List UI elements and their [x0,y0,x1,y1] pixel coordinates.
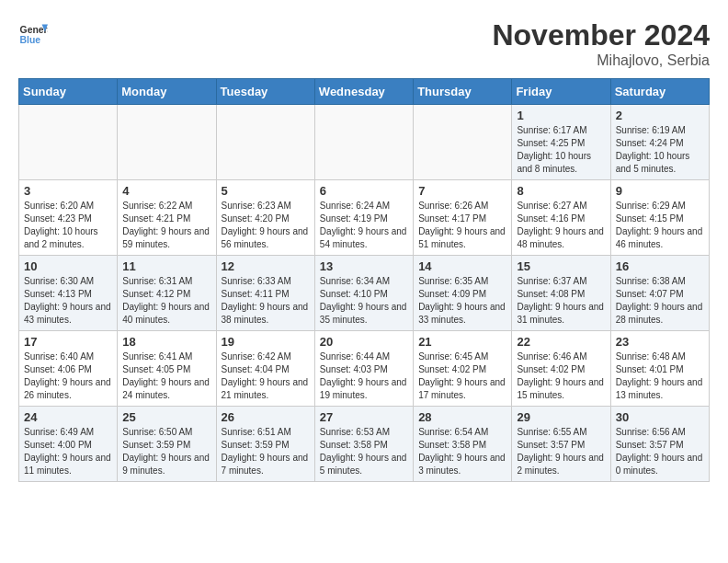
weekday-header: Friday [512,79,610,105]
weekday-header: Sunday [19,79,118,105]
calendar-day-cell: 9Sunrise: 6:29 AM Sunset: 4:15 PM Daylig… [610,180,709,256]
day-number: 28 [418,410,506,424]
calendar-day-cell [19,105,118,180]
calendar-day-cell: 1Sunrise: 6:17 AM Sunset: 4:25 PM Daylig… [512,105,610,180]
calendar-week-row: 24Sunrise: 6:49 AM Sunset: 4:00 PM Dayli… [19,407,710,482]
calendar-day-cell: 5Sunrise: 6:23 AM Sunset: 4:20 PM Daylig… [216,180,314,256]
day-number: 30 [616,410,704,424]
day-number: 13 [320,259,408,273]
day-number: 8 [517,184,605,198]
day-number: 29 [517,410,605,424]
day-info: Sunrise: 6:54 AM Sunset: 3:58 PM Dayligh… [418,426,506,477]
calendar-day-cell: 26Sunrise: 6:51 AM Sunset: 3:59 PM Dayli… [216,407,314,482]
day-info: Sunrise: 6:24 AM Sunset: 4:19 PM Dayligh… [320,200,408,251]
day-info: Sunrise: 6:44 AM Sunset: 4:03 PM Dayligh… [320,350,408,402]
calendar-day-cell: 27Sunrise: 6:53 AM Sunset: 3:58 PM Dayli… [314,407,413,482]
day-info: Sunrise: 6:20 AM Sunset: 4:23 PM Dayligh… [24,200,112,251]
calendar-day-cell: 25Sunrise: 6:50 AM Sunset: 3:59 PM Dayli… [118,407,216,482]
logo-icon: General Blue [18,18,48,48]
day-info: Sunrise: 6:49 AM Sunset: 4:00 PM Dayligh… [24,426,112,477]
page-header: General Blue November 2024 Mihajlovo, Se… [18,18,710,69]
day-info: Sunrise: 6:23 AM Sunset: 4:20 PM Dayligh… [222,200,310,251]
day-info: Sunrise: 6:26 AM Sunset: 4:17 PM Dayligh… [418,200,506,251]
calendar-day-cell: 18Sunrise: 6:41 AM Sunset: 4:05 PM Dayli… [118,331,216,407]
day-number: 10 [24,259,112,273]
day-info: Sunrise: 6:40 AM Sunset: 4:06 PM Dayligh… [24,350,112,402]
day-info: Sunrise: 6:55 AM Sunset: 3:57 PM Dayligh… [517,426,605,477]
day-number: 18 [122,335,210,349]
calendar-week-row: 1Sunrise: 6:17 AM Sunset: 4:25 PM Daylig… [19,105,710,180]
weekday-header: Thursday [414,79,512,105]
calendar-table: SundayMondayTuesdayWednesdayThursdayFrid… [18,78,710,482]
day-info: Sunrise: 6:30 AM Sunset: 4:13 PM Dayligh… [24,275,112,327]
day-number: 15 [517,259,605,273]
calendar-day-cell: 3Sunrise: 6:20 AM Sunset: 4:23 PM Daylig… [19,180,118,256]
day-info: Sunrise: 6:31 AM Sunset: 4:12 PM Dayligh… [122,275,210,327]
day-number: 14 [418,259,506,273]
day-info: Sunrise: 6:42 AM Sunset: 4:04 PM Dayligh… [222,350,310,402]
day-info: Sunrise: 6:51 AM Sunset: 3:59 PM Dayligh… [222,426,310,477]
day-info: Sunrise: 6:33 AM Sunset: 4:11 PM Dayligh… [222,275,310,327]
calendar-day-cell: 7Sunrise: 6:26 AM Sunset: 4:17 PM Daylig… [414,180,512,256]
calendar-day-cell: 16Sunrise: 6:38 AM Sunset: 4:07 PM Dayli… [610,256,709,331]
calendar-day-cell: 11Sunrise: 6:31 AM Sunset: 4:12 PM Dayli… [118,256,216,331]
day-info: Sunrise: 6:45 AM Sunset: 4:02 PM Dayligh… [418,350,506,402]
calendar-day-cell: 30Sunrise: 6:56 AM Sunset: 3:57 PM Dayli… [610,407,709,482]
day-number: 7 [418,184,506,198]
calendar-day-cell: 23Sunrise: 6:48 AM Sunset: 4:01 PM Dayli… [610,331,709,407]
day-number: 17 [24,335,112,349]
day-number: 6 [320,184,408,198]
day-number: 9 [616,184,704,198]
calendar-day-cell: 24Sunrise: 6:49 AM Sunset: 4:00 PM Dayli… [19,407,118,482]
calendar-day-cell: 19Sunrise: 6:42 AM Sunset: 4:04 PM Dayli… [216,331,314,407]
day-info: Sunrise: 6:50 AM Sunset: 3:59 PM Dayligh… [122,426,210,477]
day-info: Sunrise: 6:37 AM Sunset: 4:08 PM Dayligh… [517,275,605,327]
calendar-day-cell [414,105,512,180]
day-number: 21 [418,335,506,349]
logo: General Blue [18,18,48,48]
day-number: 25 [122,410,210,424]
day-info: Sunrise: 6:41 AM Sunset: 4:05 PM Dayligh… [122,350,210,402]
day-info: Sunrise: 6:35 AM Sunset: 4:09 PM Dayligh… [418,275,506,327]
day-number: 26 [222,410,310,424]
calendar-day-cell: 17Sunrise: 6:40 AM Sunset: 4:06 PM Dayli… [19,331,118,407]
day-info: Sunrise: 6:56 AM Sunset: 3:57 PM Dayligh… [616,426,704,477]
calendar-day-cell: 21Sunrise: 6:45 AM Sunset: 4:02 PM Dayli… [414,331,512,407]
day-number: 3 [24,184,112,198]
calendar-day-cell [314,105,413,180]
calendar-day-cell: 10Sunrise: 6:30 AM Sunset: 4:13 PM Dayli… [19,256,118,331]
day-number: 12 [222,259,310,273]
calendar-week-row: 17Sunrise: 6:40 AM Sunset: 4:06 PM Dayli… [19,331,710,407]
day-number: 27 [320,410,408,424]
day-info: Sunrise: 6:53 AM Sunset: 3:58 PM Dayligh… [320,426,408,477]
calendar-day-cell: 8Sunrise: 6:27 AM Sunset: 4:16 PM Daylig… [512,180,610,256]
calendar-day-cell: 12Sunrise: 6:33 AM Sunset: 4:11 PM Dayli… [216,256,314,331]
weekday-header: Monday [118,79,216,105]
calendar-day-cell: 15Sunrise: 6:37 AM Sunset: 4:08 PM Dayli… [512,256,610,331]
weekday-header: Wednesday [314,79,413,105]
day-number: 5 [222,184,310,198]
day-info: Sunrise: 6:22 AM Sunset: 4:21 PM Dayligh… [122,200,210,251]
calendar-day-cell: 14Sunrise: 6:35 AM Sunset: 4:09 PM Dayli… [414,256,512,331]
day-info: Sunrise: 6:27 AM Sunset: 4:16 PM Dayligh… [517,200,605,251]
weekday-header: Tuesday [216,79,314,105]
day-number: 16 [616,259,704,273]
calendar-day-cell: 4Sunrise: 6:22 AM Sunset: 4:21 PM Daylig… [118,180,216,256]
day-number: 22 [517,335,605,349]
calendar-day-cell: 20Sunrise: 6:44 AM Sunset: 4:03 PM Dayli… [314,331,413,407]
calendar-day-cell: 2Sunrise: 6:19 AM Sunset: 4:24 PM Daylig… [610,105,709,180]
day-info: Sunrise: 6:17 AM Sunset: 4:25 PM Dayligh… [517,124,605,176]
calendar-week-row: 3Sunrise: 6:20 AM Sunset: 4:23 PM Daylig… [19,180,710,256]
calendar-day-cell: 22Sunrise: 6:46 AM Sunset: 4:02 PM Dayli… [512,331,610,407]
day-number: 11 [122,259,210,273]
calendar-day-cell: 29Sunrise: 6:55 AM Sunset: 3:57 PM Dayli… [512,407,610,482]
day-info: Sunrise: 6:38 AM Sunset: 4:07 PM Dayligh… [616,275,704,327]
day-number: 1 [517,109,605,122]
calendar-day-cell [118,105,216,180]
calendar-header-row: SundayMondayTuesdayWednesdayThursdayFrid… [19,79,710,105]
calendar-day-cell: 13Sunrise: 6:34 AM Sunset: 4:10 PM Dayli… [314,256,413,331]
day-number: 2 [616,109,704,122]
calendar-day-cell: 6Sunrise: 6:24 AM Sunset: 4:19 PM Daylig… [314,180,413,256]
day-number: 24 [24,410,112,424]
calendar-week-row: 10Sunrise: 6:30 AM Sunset: 4:13 PM Dayli… [19,256,710,331]
